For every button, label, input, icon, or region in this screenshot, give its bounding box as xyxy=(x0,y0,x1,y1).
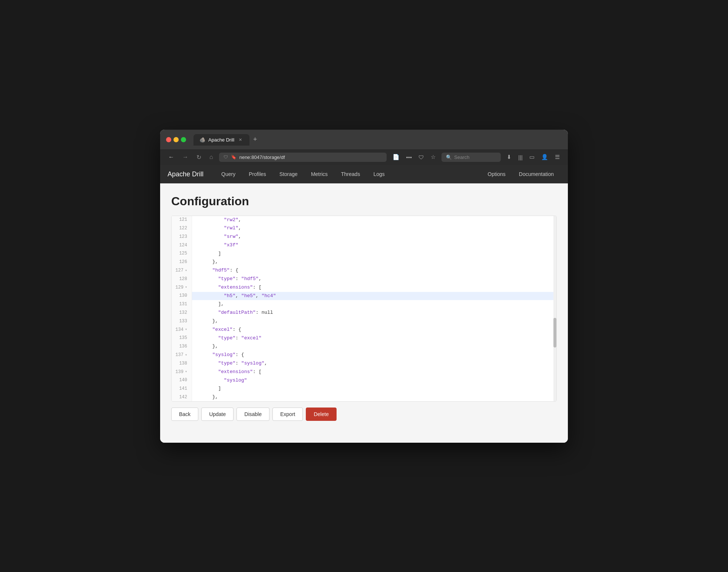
line-number: 126 xyxy=(172,258,192,266)
home-button[interactable]: ⌂ xyxy=(207,152,215,162)
download-icon[interactable]: ⬇ xyxy=(504,152,514,162)
line-number: 138 xyxy=(172,359,192,368)
nav-brand: Apache Drill xyxy=(168,165,211,183)
page-title: Configuration xyxy=(171,194,557,208)
table-row: 125 ] xyxy=(172,250,556,258)
nav-item-logs[interactable]: Logs xyxy=(367,166,391,182)
pocket-icon[interactable]: 🛡 xyxy=(416,153,426,162)
library-icon[interactable]: ||| xyxy=(516,153,525,162)
fold-icon[interactable]: ▾ xyxy=(185,268,187,274)
code-content: }, xyxy=(192,342,556,351)
line-number: 140 xyxy=(172,376,192,385)
table-row: 135 "type": "excel" xyxy=(172,334,556,343)
line-number: 137 ▾ xyxy=(172,351,192,359)
code-content: }, xyxy=(192,258,556,266)
nav-item-threads[interactable]: Threads xyxy=(334,166,367,182)
code-content: ], xyxy=(192,300,556,309)
nav-item-query[interactable]: Query xyxy=(215,166,242,182)
table-row: 142 }, xyxy=(172,393,556,401)
nav-item-metrics[interactable]: Metrics xyxy=(304,166,334,182)
tab-close-button[interactable]: ✕ xyxy=(237,137,244,143)
search-box[interactable]: 🔍 Search xyxy=(441,153,501,162)
shield-icon: 🛡 xyxy=(224,154,228,160)
back-button[interactable]: Back xyxy=(171,408,198,421)
fullscreen-button[interactable] xyxy=(181,137,186,142)
line-number: 125 xyxy=(172,250,192,258)
main-content: Configuration 121 "rw2",122 "rwl",123 "s… xyxy=(160,183,568,443)
table-row: 123 "srw", xyxy=(172,233,556,241)
profile-icon[interactable]: 👤 xyxy=(539,152,550,162)
reload-button[interactable]: ↻ xyxy=(194,152,203,162)
export-button[interactable]: Export xyxy=(272,408,303,421)
table-row: 130 "h5", "he5", "hc4" xyxy=(172,292,556,300)
more-options-icon[interactable]: ••• xyxy=(404,153,414,162)
fold-icon[interactable]: ▾ xyxy=(185,285,187,290)
table-row: 127 ▾ "hdf5": { xyxy=(172,266,556,275)
toolbar-icons: 📄 ••• 🛡 ☆ xyxy=(390,152,438,162)
nav-item-storage[interactable]: Storage xyxy=(273,166,304,182)
disable-button[interactable]: Disable xyxy=(236,408,269,421)
code-content: "excel": { xyxy=(192,326,556,334)
active-tab[interactable]: 🪨 Apache Drill ✕ xyxy=(193,134,249,146)
table-row: 129 ▾ "extensions": [ xyxy=(172,283,556,292)
fold-icon[interactable]: ▾ xyxy=(185,327,187,333)
fold-icon[interactable]: ▾ xyxy=(185,369,187,375)
address-bar-input[interactable]: 🛡 🔖 nene:8047/storage/df xyxy=(219,153,387,162)
code-lines-container: 121 "rw2",122 "rwl",123 "srw",124 "x3f"1… xyxy=(172,216,556,401)
nav-item-documentation[interactable]: Documentation xyxy=(512,166,560,182)
delete-button[interactable]: Delete xyxy=(306,408,336,421)
sidebar-icon[interactable]: ▭ xyxy=(527,152,537,162)
table-row: 141 ] xyxy=(172,385,556,393)
close-button[interactable] xyxy=(166,137,171,142)
action-bar: Back Update Disable Export Delete xyxy=(171,402,557,424)
title-bar: 🪨 Apache Drill ✕ + xyxy=(160,130,568,149)
right-toolbar: ⬇ ||| ▭ 👤 ☰ xyxy=(504,152,562,162)
nav-item-options[interactable]: Options xyxy=(481,166,512,182)
code-content: "syslog" xyxy=(192,376,556,385)
table-row: 121 "rw2", xyxy=(172,216,556,225)
menu-icon[interactable]: ☰ xyxy=(553,152,562,162)
code-content: "syslog": { xyxy=(192,351,556,359)
table-row: 126 }, xyxy=(172,258,556,266)
line-number: 123 xyxy=(172,233,192,241)
scrollbar-thumb[interactable] xyxy=(553,318,556,347)
nav-menu: Apache Drill Query Profiles Storage Metr… xyxy=(160,165,568,183)
code-content: "defaultPath": null xyxy=(192,309,556,317)
table-row: 134 ▾ "excel": { xyxy=(172,326,556,334)
bookmark-star-icon[interactable]: ☆ xyxy=(428,152,438,162)
table-row: 138 "type": "syslog", xyxy=(172,359,556,368)
code-content: }, xyxy=(192,317,556,326)
new-tab-button[interactable]: + xyxy=(250,134,260,145)
search-placeholder: Search xyxy=(454,154,469,160)
code-content: "extensions": [ xyxy=(192,283,556,292)
back-nav-button[interactable]: ← xyxy=(166,152,176,162)
reader-view-icon[interactable]: 📄 xyxy=(390,152,402,162)
line-number: 122 xyxy=(172,224,192,233)
line-number: 141 xyxy=(172,385,192,393)
fold-icon[interactable]: ▾ xyxy=(185,352,187,358)
code-content: ] xyxy=(192,385,556,393)
code-content: "type": "hdf5", xyxy=(192,275,556,283)
address-text: nene:8047/storage/df xyxy=(239,154,285,160)
nav-item-profiles[interactable]: Profiles xyxy=(242,166,273,182)
line-number: 142 xyxy=(172,393,192,401)
update-button[interactable]: Update xyxy=(201,408,234,421)
code-content: "hdf5": { xyxy=(192,266,556,275)
table-row: 128 "type": "hdf5", xyxy=(172,275,556,283)
line-number: 131 xyxy=(172,300,192,309)
forward-nav-button[interactable]: → xyxy=(180,152,191,162)
scrollbar-track xyxy=(553,216,556,401)
traffic-lights xyxy=(166,137,186,142)
code-scroll-area[interactable]: 121 "rw2",122 "rwl",123 "srw",124 "x3f"1… xyxy=(172,216,556,401)
table-row: 139 ▾ "extensions": [ xyxy=(172,368,556,376)
code-editor[interactable]: 121 "rw2",122 "rwl",123 "srw",124 "x3f"1… xyxy=(171,216,557,402)
table-row: 133 }, xyxy=(172,317,556,326)
code-content: "x3f" xyxy=(192,241,556,250)
code-content: "srw", xyxy=(192,233,556,241)
minimize-button[interactable] xyxy=(173,137,179,142)
code-content: "extensions": [ xyxy=(192,368,556,376)
browser-window: 🪨 Apache Drill ✕ + ← → ↻ ⌂ 🛡 🔖 nene:8047… xyxy=(160,130,568,443)
line-number: 139 ▾ xyxy=(172,368,192,376)
tab-favicon-icon: 🪨 xyxy=(199,137,205,143)
line-number: 129 ▾ xyxy=(172,283,192,292)
